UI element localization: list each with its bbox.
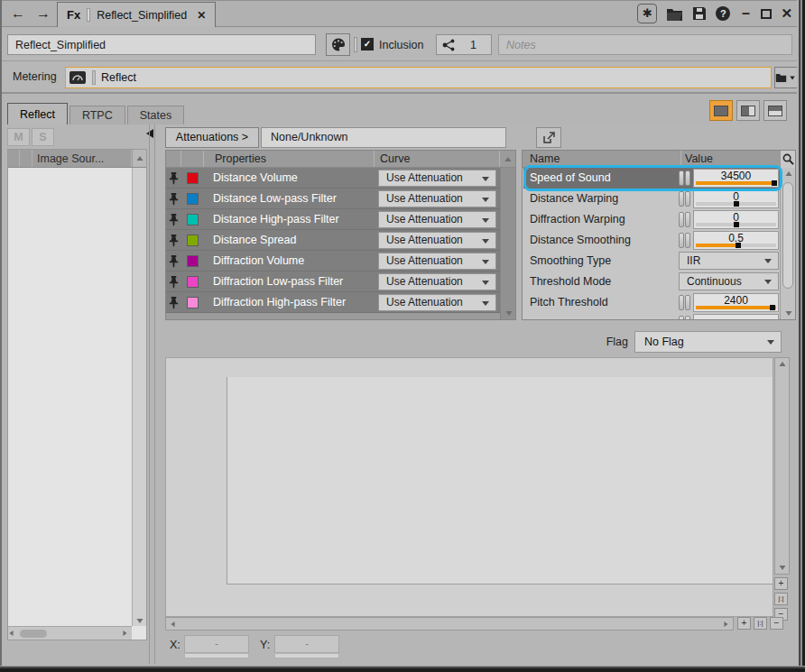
curve-dropdown[interactable]: Use Attenuation [378, 253, 496, 270]
slider-thumb[interactable] [734, 222, 739, 227]
scroll-down-button[interactable] [780, 566, 786, 570]
color-swatch[interactable] [187, 193, 199, 205]
zoom-in-vertical-button[interactable]: + [774, 577, 788, 590]
layout-split-horizontal-button[interactable] [763, 100, 787, 121]
scrollbar-thumb[interactable] [20, 630, 47, 638]
slider-thumb[interactable] [736, 243, 741, 248]
link-toggle[interactable] [685, 212, 690, 227]
color-swatch[interactable] [187, 255, 199, 267]
curve-dropdown[interactable]: Use Attenuation [378, 273, 496, 290]
close-button[interactable]: ✕ [781, 5, 792, 22]
rtpc-toggle[interactable] [679, 233, 684, 248]
param-row-speed-of-sound[interactable]: Speed of Sound 34500 [523, 168, 782, 189]
rtpc-toggle[interactable] [679, 191, 684, 207]
value-column-header[interactable]: Value [685, 152, 713, 165]
image-source-column-header[interactable]: Image Sour... [32, 150, 132, 167]
param-value-field[interactable]: 0 [693, 210, 779, 229]
param-value-field[interactable]: 0 [693, 189, 779, 208]
minimize-button[interactable]: – [739, 5, 752, 23]
list-horizontal-scrollbar[interactable] [8, 626, 132, 640]
param-value-field[interactable]: 0.5 [693, 231, 779, 250]
graph-horizontal-scrollbar[interactable] [165, 617, 734, 631]
layout-split-vertical-button[interactable] [736, 100, 760, 121]
help-button[interactable]: ? [716, 6, 730, 21]
property-row[interactable]: Distance Spread Use Attenuation [166, 230, 500, 251]
value-slider[interactable] [696, 244, 776, 247]
plot-area[interactable] [227, 377, 773, 585]
scroll-down-button[interactable] [786, 311, 792, 316]
link-toggle[interactable] [685, 295, 690, 310]
param-row-smoothing-type[interactable]: Smoothing Type IIR [523, 251, 782, 272]
scroll-up-button[interactable] [786, 171, 792, 176]
scroll-left-button[interactable] [9, 631, 13, 636]
params-vertical-scrollbar[interactable] [780, 168, 795, 319]
table-vertical-scrollbar[interactable] [500, 168, 515, 319]
param-row-distance-smoothing[interactable]: Distance Smoothing 0.5 [523, 230, 782, 251]
layout-single-button[interactable] [709, 100, 733, 121]
save-button[interactable] [692, 6, 707, 21]
param-row-diffraction-warping[interactable]: Diffraction Warping 0 [523, 209, 782, 230]
property-row[interactable]: Diffraction High-pass Filter Use Attenua… [166, 292, 500, 313]
curve-dropdown[interactable]: Use Attenuation [378, 170, 496, 187]
attenuations-button[interactable]: Attenuations > [165, 127, 259, 148]
solo-button[interactable]: S [32, 128, 54, 146]
value-slider[interactable] [696, 202, 776, 206]
inclusion-checkbox[interactable]: ✓ [361, 38, 374, 51]
scroll-left-button[interactable] [171, 621, 174, 627]
link-toggle[interactable] [685, 191, 690, 207]
zoom-out-horizontal-button[interactable]: − [770, 617, 783, 630]
property-row[interactable]: Diffraction Volume Use Attenuation [166, 251, 500, 272]
name-column-header[interactable]: Name [530, 152, 560, 165]
smoothing-type-dropdown[interactable]: IIR [679, 252, 779, 270]
value-slider[interactable] [696, 306, 776, 309]
favorite-button[interactable]: ✱ [637, 4, 657, 23]
tab-close-button[interactable]: ✕ [197, 9, 206, 22]
slider-thumb[interactable] [772, 180, 777, 186]
threshold-mode-dropdown[interactable]: Continuous [679, 272, 779, 290]
rtpc-toggle[interactable] [679, 170, 684, 186]
browse-button[interactable] [774, 67, 798, 88]
curve-graph-area[interactable] [165, 357, 773, 617]
x-value-field[interactable]: - [184, 635, 249, 653]
list-vertical-scrollbar[interactable] [132, 168, 146, 626]
color-swatch[interactable] [187, 297, 199, 308]
scrollbar-thumb[interactable] [782, 182, 793, 289]
rtpc-toggle[interactable] [679, 295, 684, 310]
curve-column-header[interactable]: Curve [375, 151, 500, 167]
curve-dropdown[interactable]: Use Attenuation [378, 294, 496, 311]
properties-column-header[interactable]: Properties [204, 151, 375, 167]
back-button[interactable]: ← [7, 4, 29, 23]
zoom-fit-vertical-button[interactable]: |:| [774, 593, 788, 605]
scroll-up-button[interactable] [500, 151, 515, 167]
scroll-right-button[interactable] [724, 621, 727, 627]
property-row[interactable]: Distance Low-pass Filter Use Attenuation [166, 189, 500, 209]
param-value-field[interactable]: 34500 [693, 169, 779, 188]
color-swatch[interactable] [187, 276, 199, 288]
slider-thumb[interactable] [770, 305, 775, 310]
slider-thumb[interactable] [734, 201, 739, 207]
link-toggle[interactable] [685, 170, 690, 186]
document-tab[interactable]: Fx Reflect_Simplified ✕ [57, 2, 216, 27]
color-swatch[interactable] [187, 235, 199, 246]
tab-reflect[interactable]: Reflect [7, 103, 68, 124]
property-row[interactable]: Distance Volume Use Attenuation [166, 168, 500, 189]
param-value-field[interactable]: 2400 [693, 293, 779, 312]
tab-states[interactable]: States [127, 106, 184, 124]
property-row[interactable]: Diffraction Low-pass Filter Use Attenuat… [166, 272, 500, 292]
scroll-up-button[interactable] [132, 150, 146, 167]
object-name-input[interactable] [7, 34, 316, 55]
rtpc-toggle[interactable] [679, 212, 684, 227]
param-row-threshold-mode[interactable]: Threshold Mode Continuous [523, 272, 782, 292]
scroll-down-button[interactable] [137, 619, 143, 623]
color-swatch[interactable] [187, 214, 199, 226]
param-row-distance-warping[interactable]: Distance Warping 0 [523, 189, 782, 209]
link-toggle[interactable] [685, 233, 690, 248]
notes-input[interactable] [498, 34, 792, 55]
curve-dropdown[interactable]: Use Attenuation [378, 232, 496, 249]
mute-button[interactable]: M [7, 128, 30, 146]
scroll-down-button[interactable] [506, 311, 513, 316]
open-in-new-button[interactable] [536, 127, 561, 148]
metering-field[interactable]: Reflect [65, 67, 772, 88]
value-slider[interactable] [696, 223, 776, 226]
zoom-in-horizontal-button[interactable]: + [737, 617, 751, 630]
